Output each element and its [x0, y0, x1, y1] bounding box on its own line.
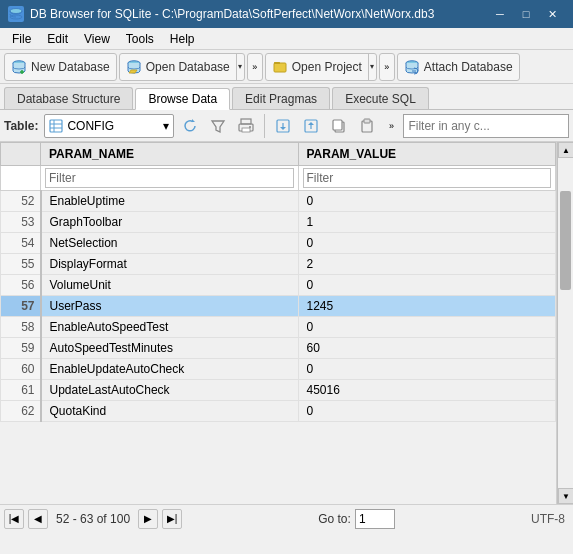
row-number: 53: [1, 212, 41, 233]
row-param-value[interactable]: 0: [298, 275, 556, 296]
table-row[interactable]: 61UpdateLastAutoCheck45016: [1, 380, 556, 401]
table-row[interactable]: 52EnableUptime0: [1, 191, 556, 212]
filter-button[interactable]: [206, 114, 230, 138]
row-param-name[interactable]: EnableAutoSpeedTest: [41, 317, 299, 338]
close-button[interactable]: ✕: [539, 4, 565, 24]
row-param-value[interactable]: 0: [298, 191, 556, 212]
table-row[interactable]: 57UserPass1245: [1, 296, 556, 317]
print-button[interactable]: [234, 114, 258, 138]
row-param-name[interactable]: QuotaKind: [41, 401, 299, 422]
main-content: PARAM_NAME PARAM_VALUE 52EnableUpt: [0, 142, 573, 504]
table-row[interactable]: 53GraphToolbar1: [1, 212, 556, 233]
app-icon: [8, 6, 24, 22]
row-param-value[interactable]: 0: [298, 233, 556, 254]
row-param-name[interactable]: EnableUptime: [41, 191, 299, 212]
open-db-icon: [126, 59, 142, 75]
table-row[interactable]: 60EnableUpdateAutoCheck0: [1, 359, 556, 380]
nav-next-button[interactable]: ▶: [138, 509, 158, 529]
paste-button[interactable]: [355, 114, 379, 138]
table-toolbar-overflow[interactable]: »: [383, 114, 399, 138]
filter-icon: [210, 118, 226, 134]
copy-button[interactable]: [327, 114, 351, 138]
filter-param-name-cell: [41, 166, 299, 191]
row-number: 55: [1, 254, 41, 275]
filter-param-name-input[interactable]: [45, 168, 294, 188]
import-button[interactable]: [299, 114, 323, 138]
tab-database-structure[interactable]: Database Structure: [4, 87, 133, 109]
table-row[interactable]: 62QuotaKind0: [1, 401, 556, 422]
scroll-up-arrow[interactable]: ▲: [558, 142, 573, 158]
export-button[interactable]: [271, 114, 295, 138]
row-param-value[interactable]: 2: [298, 254, 556, 275]
status-bar: |◀ ◀ 52 - 63 of 100 ▶ ▶| Go to: UTF-8: [0, 504, 573, 532]
scroll-thumb[interactable]: [560, 191, 571, 290]
row-param-name[interactable]: UpdateLastAutoCheck: [41, 380, 299, 401]
row-param-value[interactable]: 1245: [298, 296, 556, 317]
menu-view[interactable]: View: [76, 30, 118, 48]
row-param-value[interactable]: 0: [298, 359, 556, 380]
refresh-icon: [182, 118, 198, 134]
row-param-name[interactable]: VolumeUnit: [41, 275, 299, 296]
row-param-value[interactable]: 0: [298, 317, 556, 338]
menu-edit[interactable]: Edit: [39, 30, 76, 48]
open-project-button[interactable]: Open Project ▾: [265, 53, 377, 81]
filter-param-value-cell: [298, 166, 556, 191]
tab-execute-sql[interactable]: Execute SQL: [332, 87, 429, 109]
new-database-button[interactable]: New Database: [4, 53, 117, 81]
open-project-dropdown[interactable]: ▾: [368, 54, 376, 80]
row-param-value[interactable]: 60: [298, 338, 556, 359]
scroll-track[interactable]: [558, 158, 573, 488]
svg-point-19: [249, 126, 251, 128]
column-param-value[interactable]: PARAM_VALUE: [298, 143, 556, 166]
table-row[interactable]: 54NetSelection0: [1, 233, 556, 254]
row-param-name[interactable]: AutoSpeedTestMinutes: [41, 338, 299, 359]
row-param-value[interactable]: 0: [298, 401, 556, 422]
tab-browse-data[interactable]: Browse Data: [135, 88, 230, 110]
open-database-dropdown[interactable]: ▾: [236, 54, 244, 80]
toolbar-overflow-2[interactable]: »: [379, 53, 395, 81]
row-param-name[interactable]: DisplayFormat: [41, 254, 299, 275]
open-project-label: Open Project: [292, 60, 362, 74]
row-param-value[interactable]: 1: [298, 212, 556, 233]
column-param-name[interactable]: PARAM_NAME: [41, 143, 299, 166]
menu-tools[interactable]: Tools: [118, 30, 162, 48]
table-selector[interactable]: CONFIG ▾: [44, 114, 174, 138]
tab-edit-pragmas[interactable]: Edit Pragmas: [232, 87, 330, 109]
svg-rect-29: [364, 119, 370, 123]
menu-help[interactable]: Help: [162, 30, 203, 48]
svg-rect-16: [241, 119, 251, 124]
tab-database-structure-label: Database Structure: [17, 92, 120, 106]
svg-rect-10: [50, 120, 62, 132]
maximize-button[interactable]: □: [513, 4, 539, 24]
svg-marker-15: [212, 121, 224, 132]
table-scroll[interactable]: PARAM_NAME PARAM_VALUE 52EnableUpt: [0, 142, 556, 504]
toolbar-overflow-1[interactable]: »: [247, 53, 263, 81]
row-param-name[interactable]: NetSelection: [41, 233, 299, 254]
row-param-name[interactable]: GraphToolbar: [41, 212, 299, 233]
window-title: DB Browser for SQLite - C:\ProgramData\S…: [30, 7, 487, 21]
row-param-name[interactable]: EnableUpdateAutoCheck: [41, 359, 299, 380]
table-row[interactable]: 56VolumeUnit0: [1, 275, 556, 296]
nav-last-button[interactable]: ▶|: [162, 509, 182, 529]
page-info: 52 - 63 of 100: [52, 512, 134, 526]
menu-bar: File Edit View Tools Help: [0, 28, 573, 50]
scroll-down-arrow[interactable]: ▼: [558, 488, 573, 504]
row-param-name[interactable]: UserPass: [41, 296, 299, 317]
table-row[interactable]: 55DisplayFormat2: [1, 254, 556, 275]
nav-first-button[interactable]: |◀: [4, 509, 24, 529]
open-database-button[interactable]: Open Database ▾: [119, 53, 245, 81]
vertical-scrollbar[interactable]: ▲ ▼: [557, 142, 573, 504]
filter-input[interactable]: [403, 114, 569, 138]
row-param-value[interactable]: 45016: [298, 380, 556, 401]
nav-prev-button[interactable]: ◀: [28, 509, 48, 529]
goto-label: Go to:: [318, 512, 351, 526]
svg-rect-27: [333, 120, 342, 130]
goto-input[interactable]: [355, 509, 395, 529]
attach-database-button[interactable]: Attach Database: [397, 53, 520, 81]
refresh-button[interactable]: [178, 114, 202, 138]
table-row[interactable]: 58EnableAutoSpeedTest0: [1, 317, 556, 338]
filter-param-value-input[interactable]: [303, 168, 552, 188]
minimize-button[interactable]: ─: [487, 4, 513, 24]
table-row[interactable]: 59AutoSpeedTestMinutes60: [1, 338, 556, 359]
menu-file[interactable]: File: [4, 30, 39, 48]
